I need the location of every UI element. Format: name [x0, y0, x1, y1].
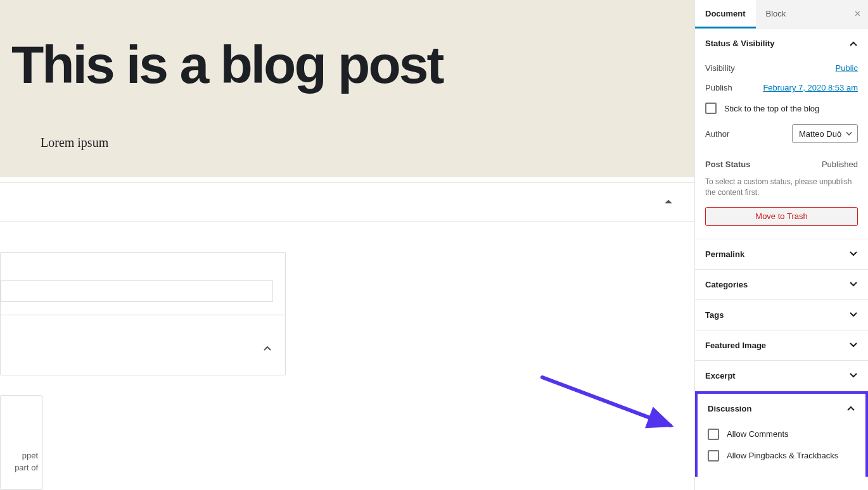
editor-canvas: This is a blog post Lorem ipsum ppet par…: [0, 0, 694, 490]
publish-date-link[interactable]: February 7, 2020 8:53 am: [763, 83, 858, 92]
chevron-up-icon[interactable]: [262, 343, 272, 353]
visibility-label: Visibility: [705, 63, 735, 73]
snippet-line: part of: [1, 462, 38, 474]
meta-box-input[interactable]: [1, 280, 273, 302]
panel-permalink: Permalink: [695, 239, 868, 270]
stick-to-top-checkbox[interactable]: [705, 103, 717, 114]
panel-header-discussion[interactable]: Discussion: [698, 394, 865, 424]
panel-title: Tags: [705, 310, 724, 320]
publish-label: Publish: [705, 83, 732, 92]
panel-title: Permalink: [705, 249, 744, 259]
panel-header-tags[interactable]: Tags: [695, 300, 868, 330]
panel-header-featured-image[interactable]: Featured Image: [695, 330, 868, 360]
tab-block[interactable]: Block: [756, 0, 796, 28]
meta-box-panel: [0, 252, 286, 375]
settings-sidebar: Document Block × Status & Visibility Vis…: [694, 0, 868, 490]
panel-title: Featured Image: [705, 341, 766, 350]
panel-status-visibility: Status & Visibility Visibility Public Pu…: [695, 28, 868, 239]
author-value: Matteo Duò: [799, 129, 841, 139]
panel-title: Status & Visibility: [705, 39, 775, 48]
allow-pingbacks-label: Allow Pingbacks & Trackbacks: [727, 451, 838, 460]
panel-featured-image: Featured Image: [695, 330, 868, 361]
post-status-label: Post Status: [705, 160, 751, 169]
chevron-down-icon: [849, 341, 858, 349]
stick-to-top-label: Stick to the top of the blog: [724, 104, 819, 113]
allow-pingbacks-checkbox[interactable]: [708, 450, 719, 462]
snippet-line: ppet: [1, 450, 38, 462]
chevron-down-icon: [849, 280, 858, 289]
svg-line-0: [542, 377, 670, 425]
chevron-down-icon: [849, 310, 858, 319]
allow-comments-checkbox[interactable]: [708, 429, 719, 440]
panel-header-excerpt[interactable]: Excerpt: [695, 361, 868, 391]
panel-header-permalink[interactable]: Permalink: [695, 239, 868, 269]
collapse-up-icon[interactable]: [664, 198, 673, 206]
author-label: Author: [705, 129, 729, 139]
chevron-up-icon: [849, 39, 858, 48]
panel-header-status-visibility[interactable]: Status & Visibility: [695, 28, 868, 58]
tab-document[interactable]: Document: [695, 0, 756, 28]
panel-discussion: Discussion Allow Comments Allow Pingback…: [695, 391, 868, 477]
chevron-up-icon: [846, 404, 855, 413]
move-to-trash-button[interactable]: Move to Trash: [705, 207, 858, 226]
panel-categories: Categories: [695, 270, 868, 300]
panel-header-categories[interactable]: Categories: [695, 270, 868, 299]
chevron-down-icon: [846, 130, 852, 137]
close-icon[interactable]: ×: [852, 6, 863, 22]
panel-tags: Tags: [695, 300, 868, 330]
annotation-arrow-icon: [537, 372, 683, 436]
panel-title: Discussion: [708, 404, 751, 413]
post-title[interactable]: This is a blog post: [11, 38, 694, 91]
allow-comments-label: Allow Comments: [727, 429, 789, 439]
snippet-card: ppet part of: [0, 395, 42, 490]
panel-excerpt: Excerpt: [695, 361, 868, 391]
post-hero: This is a blog post Lorem ipsum: [0, 0, 694, 177]
panel-title: Categories: [705, 280, 748, 289]
sidebar-tabs: Document Block ×: [695, 0, 868, 28]
panel-title: Excerpt: [705, 371, 736, 380]
chevron-down-icon: [849, 371, 858, 380]
post-paragraph[interactable]: Lorem ipsum: [41, 135, 694, 150]
status-hint: To select a custom status, please unpubl…: [705, 172, 858, 207]
metabox-toolbar: [0, 182, 694, 222]
chevron-down-icon: [849, 249, 858, 258]
author-select[interactable]: Matteo Duò: [792, 124, 858, 143]
post-status-value: Published: [822, 160, 858, 169]
visibility-value-link[interactable]: Public: [836, 63, 858, 73]
